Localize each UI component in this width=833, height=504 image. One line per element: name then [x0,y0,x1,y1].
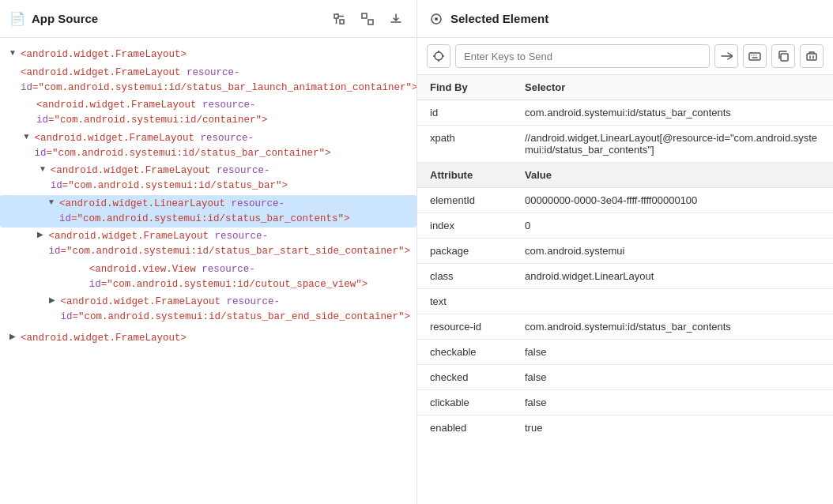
tree-label: <android.view.View resource-id="com.andr… [89,262,410,292]
attr-enabled-value: true [512,416,833,441]
app-source-title: App Source [32,12,322,25]
tree-row[interactable]: <android.view.View resource-id="com.andr… [0,261,416,294]
tree-row[interactable]: ▶ <android.widget.FrameLayout resource-i… [0,228,416,261]
selected-element-title: Selected Element [430,12,548,25]
attr-clickable-row: clickable false [417,390,833,416]
attr-checkable-row: checkable false [417,340,833,365]
tree-row-selected[interactable]: ▼ <android.widget.LinearLayout resource-… [0,195,416,228]
attr-package-label: package [417,239,512,264]
tree-toggle[interactable]: ▶ [34,229,47,239]
keys-input[interactable] [455,44,710,68]
find-by-table: Find By Selector id com.android.systemui… [417,75,833,440]
attr-clickable-label: clickable [417,390,512,416]
tree-row[interactable]: ▶ <android.widget.FrameLayout resource-i… [0,293,416,326]
attr-enabled-label: enabled [417,416,512,441]
svg-rect-18 [781,54,788,61]
copy-btn[interactable] [771,44,795,68]
clear-btn[interactable] [800,44,824,68]
attr-index-label: index [417,213,512,239]
crosshair-btn[interactable] [427,44,450,68]
tree-label: <android.widget.FrameLayout resource-id=… [36,98,410,128]
selector-header: Selector [512,75,833,100]
find-by-id-value: com.android.systemui:id/status_bar_conte… [512,100,833,126]
download-icon-btn[interactable] [385,8,407,30]
tree-toggle[interactable]: ▶ [6,331,19,340]
attribute-header: Attribute [417,163,512,188]
attr-elementId-label: elementId [417,188,512,213]
tree-container: ▼ <android.widget.FrameLayout> <android.… [0,38,416,504]
send-btn[interactable] [714,44,738,68]
tree-toggle [75,262,88,263]
find-by-xpath-label: xpath [417,126,512,163]
attr-checked-row: checked false [417,365,833,390]
attr-text-value [512,289,833,314]
svg-rect-0 [334,14,338,18]
find-by-xpath-row: xpath //android.widget.LinearLayout[@res… [417,126,833,163]
tree-toggle[interactable]: ▶ [46,295,58,304]
toolbar-row [417,38,833,75]
tree-row[interactable]: <android.widget.FrameLayout resource-id=… [0,96,416,130]
document-icon: 📄 [9,11,25,26]
attr-checked-label: checked [417,365,512,390]
tree-toggle [6,66,19,66]
find-by-xpath-value: //android.widget.LinearLayout[@resource-… [512,126,833,163]
tree-row[interactable]: <android.widget.FrameLayout resource-id=… [0,64,416,97]
right-panel-header: Selected Element [417,0,833,38]
right-panel: Selected Element [417,0,833,504]
attr-class-row: class android.widget.LinearLayout [417,264,833,289]
tree-label: <android.widget.FrameLayout> [21,331,187,346]
tree-row[interactable]: ▼ <android.widget.FrameLayout> [0,46,416,64]
attr-elementId-value: 00000000-0000-3e04-ffff-ffff00000100 [512,188,833,213]
tree-row[interactable]: ▶ <android.widget.FrameLayout> [0,329,416,348]
target-icon [430,13,443,25]
tree-label: <android.widget.LinearLayout resource-id… [59,197,410,227]
tree-node: ▶ <android.widget.FrameLayout> [0,328,416,349]
attr-index-value: 0 [512,213,833,239]
attr-text-row: text [417,289,833,314]
download-icon [390,13,402,25]
svg-point-8 [435,52,443,60]
keyboard-btn[interactable] [743,44,767,68]
tree-row[interactable]: ▼ <android.widget.FrameLayout resource-i… [0,162,416,195]
find-by-id-row: id com.android.systemui:id/status_bar_co… [417,100,833,126]
attr-checked-value: false [512,365,833,390]
send-icon [720,50,733,62]
svg-point-7 [435,17,438,21]
tree-label: <android.widget.FrameLayout resource-id=… [48,229,410,259]
tree-label: <android.widget.FrameLayout resource-id=… [34,131,410,161]
attr-resourceid-value: com.android.systemui:id/status_bar_conte… [512,314,833,340]
clear-icon [805,50,818,62]
attr-package-value: com.android.systemui [512,239,833,264]
attr-resourceid-row: resource-id com.android.systemui:id/stat… [417,314,833,340]
svg-rect-4 [362,13,367,18]
tree-row[interactable]: ▼ <android.widget.FrameLayout resource-i… [0,130,416,163]
attr-class-value: android.widget.LinearLayout [512,264,833,289]
svg-rect-13 [749,53,760,60]
value-header: Value [512,163,833,188]
tree-toggle[interactable]: ▼ [36,164,49,173]
left-panel: 📄 App Source [0,0,417,504]
svg-rect-1 [340,20,344,24]
copy-icon [777,50,790,62]
attr-checkable-value: false [512,340,833,365]
tree-toggle[interactable]: ▼ [45,197,58,206]
attr-text-label: text [417,289,512,314]
attr-resourceid-label: resource-id [417,314,512,340]
tree-label: <android.widget.FrameLayout resource-id=… [51,164,410,194]
tree-label: <android.widget.FrameLayout resource-id=… [21,66,416,96]
right-content: Find By Selector id com.android.systemui… [417,75,833,504]
collapse-icon [361,13,374,25]
attr-elementId-row: elementId 00000000-0000-3e04-ffff-ffff00… [417,188,833,213]
tree-label: <android.widget.FrameLayout resource-id=… [60,295,410,325]
tree-node: ▼ <android.widget.FrameLayout> <android.… [0,44,416,328]
attr-index-row: index 0 [417,213,833,239]
left-panel-header: 📄 App Source [0,0,416,38]
crosshair-icon [432,50,445,62]
tree-toggle[interactable]: ▼ [6,47,19,57]
tree-toggle[interactable]: ▼ [20,131,32,141]
expand-icon-btn[interactable] [328,8,350,30]
collapse-icon-btn[interactable] [356,8,379,30]
expand-icon [333,13,345,25]
keyboard-icon [748,50,761,62]
attr-checkable-label: checkable [417,340,512,365]
